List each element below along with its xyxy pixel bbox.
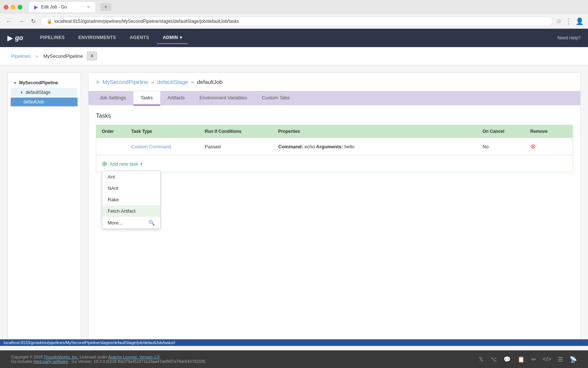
back-button[interactable]: ←	[4, 17, 13, 26]
add-task-dropdown: Ant NAnt Rake Fetch Artifact More... 🔍	[102, 171, 161, 229]
breadcrumb-pipelines[interactable]: Pipelines	[11, 53, 31, 59]
tabs-bar: Job Settings Tasks Artifacts Environment…	[89, 91, 580, 105]
th-properties: Properties	[278, 129, 483, 134]
browser-tab[interactable]: ▶ Edit Job - Go ✕	[29, 2, 95, 12]
table-row: Custom Command Passed Command: echo Argu…	[96, 138, 573, 155]
th-order: Order	[102, 129, 131, 134]
docs-icon[interactable]: 📋	[517, 356, 525, 363]
th-run-if: Run If Conditions	[205, 129, 278, 134]
chat-icon[interactable]: 💬	[503, 356, 511, 363]
dropdown-item-ant[interactable]: Ant	[102, 171, 160, 183]
footer-version: . Go Version: 18.2.0 (6228-fbb379a451871…	[69, 359, 207, 364]
dropdown-item-more[interactable]: More... 🔍	[102, 217, 160, 229]
tab-tasks[interactable]: Tasks	[133, 91, 160, 106]
tab-job-settings[interactable]: Job Settings	[92, 91, 133, 105]
minimize-dot[interactable]	[11, 5, 15, 10]
td-run-if: Passed	[205, 144, 278, 149]
tab-close-button[interactable]: ✕	[87, 5, 90, 10]
page-header: Pipelines » MySecondPipeline ⏸	[0, 47, 588, 65]
job-bc-pipeline-link[interactable]: MySecondPipeline	[103, 79, 148, 85]
table-header: Order Task Type Run If Conditions Proper…	[96, 125, 573, 138]
profile-button[interactable]: 👤	[576, 17, 584, 25]
logo-icon: ▶	[7, 33, 13, 42]
footer-license-link[interactable]: Apache License, Version 2.0	[108, 355, 159, 359]
pause-button[interactable]: ⏸	[87, 52, 97, 60]
tab-environment-variables[interactable]: Environment Variables	[192, 91, 255, 105]
sidebar-item-stage[interactable]: ▼ defaultStage	[11, 88, 78, 97]
breadcrumb-sep1: »	[36, 53, 38, 59]
footer-company-link[interactable]: ThoughtWorks, Inc.	[44, 355, 79, 359]
job-bc-stage-link[interactable]: defaultStage	[157, 79, 188, 85]
job-bc-sep1: »	[151, 79, 154, 85]
th-on-cancel: On Cancel	[483, 129, 530, 134]
edit-icon[interactable]: ✏	[531, 356, 536, 363]
list-icon[interactable]: ☰	[558, 356, 563, 363]
add-task-icon: ⊕	[102, 160, 107, 168]
remove-button[interactable]: ⊗	[530, 143, 536, 150]
add-task-button[interactable]: ⊕ Add new task ▾	[102, 160, 143, 168]
arguments-label: Arguments:	[316, 144, 343, 149]
nav-item-agents[interactable]: AGENTS	[124, 32, 155, 44]
dropdown-item-rake[interactable]: Rake	[102, 194, 160, 205]
footer-license-text: Licensed under	[80, 355, 107, 359]
job-bc-job-name: defaultJob	[197, 79, 222, 85]
close-dot[interactable]	[4, 5, 8, 10]
footer-text: Copyright © 2018 ThoughtWorks, Inc. Lice…	[11, 355, 207, 364]
content-wrapper: ▼ MySecondPipeline ▼ defaultStage defaul…	[0, 65, 588, 352]
tab-title: Edit Job - Go	[41, 4, 67, 10]
sidebar-item-job[interactable]: defaultJob	[11, 98, 78, 106]
bookmark-button[interactable]: ☆	[556, 18, 562, 25]
code-icon[interactable]: </>	[543, 356, 551, 363]
new-tab-button[interactable]: +	[100, 3, 111, 11]
logo-text: go	[15, 34, 23, 42]
sidebar-item-pipeline[interactable]: ▼ MySecondPipeline	[8, 78, 80, 87]
tasks-section: Tasks Order Task Type Run If Conditions …	[89, 105, 580, 180]
dropdown-item-nant[interactable]: NAnt	[102, 183, 160, 194]
add-task-row: ⊕ Add new task ▾ Ant NAnt Rake Fetch Art…	[96, 155, 573, 172]
footer-copyright: Copyright © 2018	[11, 355, 43, 359]
th-remove: Remove	[530, 129, 567, 134]
github-icon[interactable]: ⌥	[490, 356, 497, 363]
browser-menu-button[interactable]: ⋮	[565, 17, 572, 25]
job-bc-sep2: »	[191, 79, 194, 85]
sidebar-stage-label: defaultStage	[26, 90, 50, 95]
sidebar-pipeline-label: MySecondPipeline	[19, 80, 58, 85]
tab-favicon: ▶	[34, 4, 38, 10]
footer: Copyright © 2018 ThoughtWorks, Inc. Lice…	[0, 350, 588, 368]
td-task-type: Custom Command	[131, 144, 205, 149]
th-task-type: Task Type	[131, 129, 205, 134]
address-bar: ← → ↻ 🔒 localhost:8153/go/admin/pipeline…	[0, 14, 588, 29]
forward-button[interactable]: →	[17, 17, 26, 26]
job-breadcrumb: » MySecondPipeline » defaultStage » defa…	[89, 73, 580, 91]
app-nav: ▶ go PIPELINES ENVIRONMENTS AGENTS ADMIN…	[0, 29, 588, 47]
address-field[interactable]: 🔒 localhost:8153/go/admin/pipelines/MySe…	[41, 17, 553, 26]
nav-item-admin[interactable]: ADMIN ▾	[157, 32, 188, 44]
task-type-link[interactable]: Custom Command	[131, 144, 171, 149]
footer-social-icons: 𝕏 ⌥ 💬 📋 ✏ </> ☰ 📡	[479, 356, 577, 363]
dropdown-item-fetch-artifact[interactable]: Fetch Artifact	[102, 205, 160, 217]
nav-item-environments[interactable]: ENVIRONMENTS	[72, 32, 122, 44]
td-remove: ⊗	[530, 142, 567, 151]
pipeline-expand-icon: ▼	[13, 81, 17, 85]
nav-item-pipelines[interactable]: PIPELINES	[34, 32, 71, 44]
command-val: echo	[305, 144, 315, 149]
tab-artifacts[interactable]: Artifacts	[160, 91, 192, 105]
footer-third-party-link[interactable]: third-party software	[33, 359, 68, 364]
rss-icon[interactable]: 📡	[570, 356, 577, 363]
lock-icon: 🔒	[47, 19, 52, 24]
tasks-title: Tasks	[96, 113, 573, 119]
need-help-link[interactable]: Need Help?	[557, 35, 581, 40]
breadcrumb-pipeline-name: MySecondPipeline	[43, 53, 83, 59]
maximize-dot[interactable]	[18, 5, 22, 10]
nav-items: PIPELINES ENVIRONMENTS AGENTS ADMIN ▾	[34, 32, 557, 44]
td-on-cancel: No	[483, 144, 530, 149]
tab-custom-tabs[interactable]: Custom Tabs	[255, 91, 297, 105]
twitter-icon[interactable]: 𝕏	[479, 356, 484, 363]
browser-titlebar: ▶ Edit Job - Go ✕ +	[0, 0, 588, 14]
admin-dropdown-icon: ▾	[180, 35, 182, 40]
tasks-table: Order Task Type Run If Conditions Proper…	[96, 125, 573, 173]
add-task-label: Add new task	[110, 161, 138, 167]
dropdown-search-icon: 🔍	[148, 220, 155, 226]
dropdown-more-label: More...	[108, 220, 122, 226]
refresh-button[interactable]: ↻	[29, 16, 37, 26]
